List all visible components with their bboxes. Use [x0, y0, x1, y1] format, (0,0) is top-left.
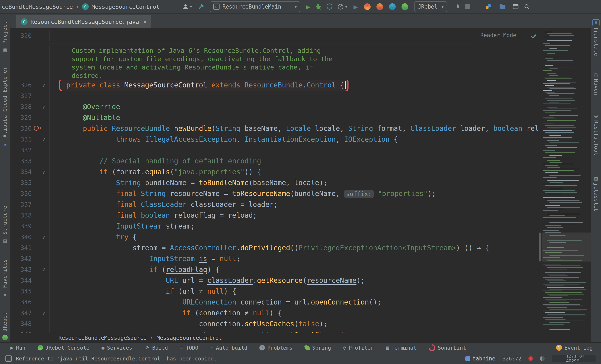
jrebel-debug-icon[interactable]	[376, 3, 383, 10]
code-line[interactable]: 340∨ try {	[10, 232, 538, 243]
doc-comment-text[interactable]: support for custom file encodings, deact…	[50, 55, 538, 63]
code-text[interactable]	[50, 145, 538, 156]
fold-icon[interactable]: ∨	[42, 134, 45, 145]
code-line[interactable]: desired.	[10, 71, 538, 80]
code-line[interactable]: 343∨ if (reloadFlag) {	[10, 264, 538, 275]
line-number[interactable]: 337	[20, 199, 32, 210]
line-number[interactable]: 320	[20, 30, 32, 41]
stripe-button-jclasslib[interactable]: ▥jclasslib	[593, 172, 599, 212]
jrebel-remote-icon[interactable]	[401, 3, 408, 10]
code-line[interactable]: system locale and activating ResourceBun…	[10, 63, 538, 71]
code-line[interactable]: 345 if (url ≠ null) {	[10, 286, 538, 297]
jrebel-run-icon[interactable]	[364, 3, 371, 10]
code-line[interactable]: 327	[10, 91, 538, 101]
code-line[interactable]: 341 stream = AccessController.doPrivileg…	[10, 243, 538, 253]
rocket-icon[interactable]	[455, 4, 461, 10]
line-number[interactable]: 331	[20, 134, 32, 145]
line-number[interactable]: 336	[20, 188, 32, 199]
toolwindow-button-problems[interactable]: Problems	[259, 345, 292, 351]
line-number[interactable]: 341	[20, 243, 32, 253]
code-text[interactable]: InputStream is = null;	[50, 253, 538, 264]
code-text[interactable]: @Override	[50, 101, 538, 112]
line-number[interactable]: 342	[20, 253, 32, 264]
code-line[interactable]: 349 stream = connection.getInputStream()…	[10, 329, 538, 333]
folder-icon[interactable]	[499, 4, 506, 10]
code-line[interactable]	[10, 43, 538, 46]
stripe-button-favorites[interactable]: Favorites★	[2, 259, 8, 298]
code-line[interactable]: 336 final String resourceName = toResour…	[10, 188, 538, 199]
run-attach-icon[interactable]: ▶	[353, 2, 358, 11]
reader-mode-label[interactable]: Reader Mode	[480, 32, 516, 38]
line-number[interactable]: 330	[20, 123, 32, 134]
gutter[interactable]: 336	[10, 188, 50, 199]
code-text[interactable]: try {	[50, 232, 538, 243]
gutter[interactable]: 334∨	[10, 167, 50, 177]
code-line[interactable]: 331∨ throws IllegalAccessException, Inst…	[10, 134, 538, 145]
scrollbar-thumb[interactable]	[539, 233, 541, 261]
code-text[interactable]: URLConnection connection = url.openConne…	[50, 297, 538, 308]
code-text[interactable]: stream = AccessController.doPrivileged((…	[50, 243, 538, 253]
fold-icon[interactable]: ∨	[42, 232, 45, 243]
user-icon[interactable]: ▼	[182, 4, 192, 10]
gutter[interactable]: 326∨	[10, 80, 50, 91]
toolwindow-button-spring[interactable]: Spring	[305, 345, 331, 351]
code-line[interactable]: support for custom file encodings, deact…	[10, 55, 538, 63]
toolwindow-button-auto-build[interactable]: ⚠Auto-build	[210, 345, 247, 351]
gutter[interactable]: 333	[10, 156, 50, 167]
toolwindow-button-event-log[interactable]: 1Event Log	[556, 345, 593, 351]
fold-icon[interactable]: ∨	[42, 80, 45, 91]
code-line[interactable]: 329 @Nullable	[10, 112, 538, 123]
gutter[interactable]: 340∨	[10, 232, 50, 243]
debug-icon[interactable]	[315, 3, 321, 10]
code-text[interactable]: if (url ≠ null) {	[50, 286, 538, 297]
code-line[interactable]: 346 URLConnection connection = url.openC…	[10, 297, 538, 308]
toolwindow-button-profiler[interactable]: ◔Profiler	[343, 345, 374, 351]
code-text[interactable]: InputStream stream;	[50, 221, 538, 232]
code-line[interactable]: 338 final boolean reloadFlag = reload;	[10, 210, 538, 221]
line-number[interactable]: 349	[20, 329, 32, 333]
fold-icon[interactable]: ∨	[42, 264, 45, 275]
toolwindow-button-build[interactable]: Build	[144, 345, 168, 351]
line-number[interactable]: 340	[20, 232, 32, 243]
code-line[interactable]: 328∨ @Override	[10, 101, 538, 112]
gutter[interactable]: 347∨	[10, 308, 50, 319]
caret-position[interactable]: 326:72	[502, 356, 521, 362]
code-line[interactable]: 333 // Special handling of default encod…	[10, 156, 538, 167]
breadcrumb-member[interactable]: MessageSourceControl	[157, 335, 222, 341]
gutter[interactable]: 344	[10, 275, 50, 286]
code-text[interactable]: @Nullable	[50, 112, 538, 123]
line-number[interactable]: 326	[20, 80, 32, 91]
doc-comment-text[interactable]: Custom implementation of Java 6's Resour…	[50, 46, 538, 55]
toolwindow-button-sonarlint[interactable]: SonarLint	[429, 344, 466, 351]
line-number[interactable]: 346	[20, 297, 32, 308]
coverage-icon[interactable]	[326, 3, 333, 10]
line-number[interactable]: 345	[20, 286, 32, 297]
code-text[interactable]: final String resourceName = toResourceNa…	[50, 188, 538, 199]
breadcrumb-file[interactable]: ResourceBundleMessageSource	[59, 335, 147, 341]
jrebel-select[interactable]: JRebel ▼	[414, 1, 447, 12]
fold-icon[interactable]: ∨	[42, 101, 45, 112]
line-number[interactable]: 332	[20, 145, 32, 156]
gutter[interactable]	[10, 46, 50, 55]
inspections-ok-icon[interactable]	[530, 33, 537, 40]
gutter[interactable]	[10, 55, 50, 63]
windows-icon[interactable]	[512, 4, 519, 10]
gutter[interactable]: 329	[10, 112, 50, 123]
code-line[interactable]: 330 public ResourceBundle newBundle(Stri…	[10, 123, 538, 134]
toolwindow-switcher-icon[interactable]	[5, 355, 12, 362]
stripe-button-structure[interactable]: Structure▤	[2, 206, 8, 245]
gutter[interactable]: 320	[10, 30, 50, 41]
tabnine-widget[interactable]: tabnine	[465, 355, 495, 362]
gutter[interactable]: 328∨	[10, 101, 50, 112]
code-text[interactable]: private class MessageSourceControl exten…	[50, 80, 538, 91]
profiler-icon[interactable]: ▼	[337, 3, 347, 10]
gutter[interactable]: 342	[10, 253, 50, 264]
gutter[interactable]: 327	[10, 91, 50, 101]
code-line[interactable]: 337 final ClassLoader classLoader = load…	[10, 199, 538, 210]
doc-comment-text[interactable]: system locale and activating ResourceBun…	[50, 63, 538, 71]
code-line[interactable]: 348 connection.setUseCaches(false);	[10, 319, 538, 329]
code-text[interactable]: throws IllegalAccessException, Instantia…	[50, 134, 538, 145]
code-text[interactable]: if (reloadFlag) {	[50, 264, 538, 275]
line-number[interactable]: 348	[20, 319, 32, 329]
line-number[interactable]: 333	[20, 156, 32, 167]
